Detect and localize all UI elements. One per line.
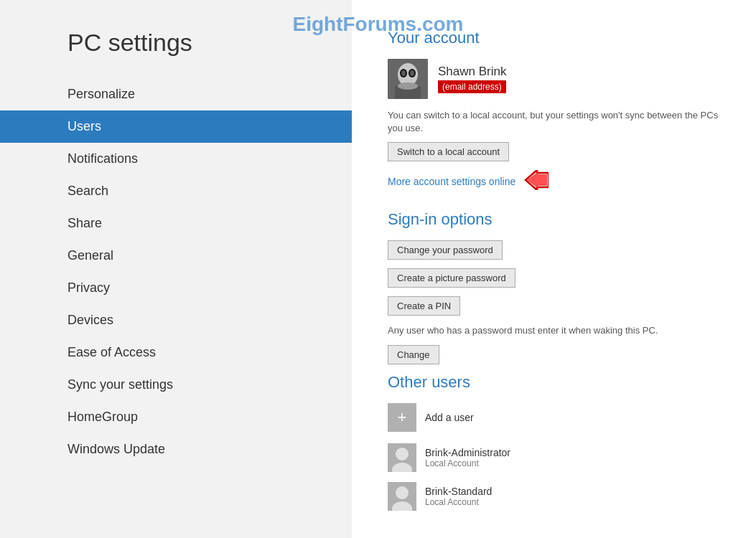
sign-in-options-title: Sign-in options — [388, 210, 727, 229]
change-waking-button[interactable]: Change — [388, 345, 439, 364]
your-account-section: Your account Sha — [388, 29, 727, 193]
sidebar-item-personalize[interactable]: Personalize — [0, 78, 352, 110]
sidebar-item-sync-your-settings[interactable]: Sync your settings — [0, 369, 352, 401]
user-list-type: Local Account — [425, 458, 510, 468]
change-password-button[interactable]: Change your password — [388, 240, 503, 260]
sidebar: PC settings Personalize Users Notificati… — [0, 0, 352, 538]
other-users-list: + Add a user Brink-Administrator — [388, 403, 727, 511]
sidebar-item-privacy[interactable]: Privacy — [0, 272, 352, 304]
sidebar-item-share[interactable]: Share — [0, 207, 352, 240]
sidebar-item-windows-update[interactable]: Windows Update — [0, 433, 352, 466]
create-picture-password-button[interactable]: Create a picture password — [388, 268, 515, 288]
avatar — [388, 443, 416, 472]
user-avatar — [388, 59, 428, 99]
main-content: Your account Sha — [352, 0, 756, 538]
other-users-title: Other users — [388, 373, 727, 392]
user-email-badge: (email address) — [438, 80, 506, 93]
waking-description: Any user who has a password must enter i… — [388, 324, 727, 337]
add-user-plus-box: + — [388, 403, 416, 432]
more-account-settings-link[interactable]: More account settings online — [388, 176, 515, 187]
your-account-title: Your account — [388, 29, 727, 47]
back-arrow-icon — [523, 170, 549, 193]
svg-point-14 — [396, 486, 409, 499]
svg-marker-9 — [527, 171, 547, 189]
current-user-row: Shawn Brink (email address) — [388, 59, 727, 99]
user-name: Shawn Brink — [438, 65, 506, 79]
account-description: You can switch to a local account, but y… — [388, 109, 727, 135]
user-list-type: Local Account — [425, 497, 492, 507]
svg-point-7 — [398, 82, 418, 90]
list-item: Brink-Standard Local Account — [388, 482, 727, 511]
user-list-info: Brink-Administrator Local Account — [425, 447, 510, 468]
sidebar-item-notifications[interactable]: Notifications — [0, 143, 352, 175]
user-list-info: Brink-Standard Local Account — [425, 486, 492, 507]
more-account-settings-row: More account settings online — [388, 170, 727, 193]
user-list-name: Brink-Standard — [425, 486, 492, 497]
sidebar-item-search[interactable]: Search — [0, 175, 352, 207]
sidebar-item-general[interactable]: General — [0, 240, 352, 272]
sidebar-item-devices[interactable]: Devices — [0, 304, 352, 336]
avatar — [388, 482, 416, 511]
create-pin-button[interactable]: Create a PIN — [388, 296, 460, 316]
svg-point-11 — [396, 448, 409, 461]
svg-point-5 — [410, 70, 414, 76]
app-title: PC settings — [0, 22, 352, 78]
switch-to-local-account-button[interactable]: Switch to a local account — [388, 142, 509, 161]
plus-icon: + — [398, 410, 407, 425]
sidebar-item-ease-of-access[interactable]: Ease of Access — [0, 336, 352, 369]
sidebar-item-users[interactable]: Users — [0, 110, 352, 143]
sign-in-options-section: Sign-in options Change your password Cre… — [388, 210, 727, 372]
user-list-name: Brink-Administrator — [425, 447, 510, 458]
svg-point-4 — [401, 70, 406, 76]
list-item: Brink-Administrator Local Account — [388, 443, 727, 472]
sidebar-item-homegroup[interactable]: HomeGroup — [0, 401, 352, 433]
add-user-button[interactable]: + Add a user — [388, 403, 727, 432]
add-user-label: Add a user — [425, 412, 474, 423]
user-info: Shawn Brink (email address) — [438, 65, 506, 93]
other-users-section: Other users + Add a user — [388, 373, 727, 511]
